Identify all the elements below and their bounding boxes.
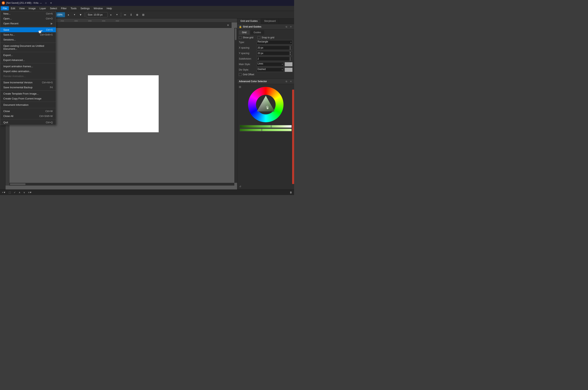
size-field[interactable]: Size: 10.00 px [86,12,107,17]
ruler-mark-3000: 3000 [74,20,78,22]
minimize-button[interactable]: — [38,1,43,5]
snap-to-grid-label: Snap to grid [261,36,274,39]
menu-import-video[interactable]: Import video animation... [0,69,56,74]
y-spacing-spinbox[interactable]: 20 px ▲ ▼ [256,51,293,55]
menu-edit[interactable]: Edit [9,6,17,10]
panel-close-btn[interactable]: ✕ [289,25,293,29]
menu-open[interactable]: Open... Ctrl+O [0,16,56,21]
subdivision-down[interactable]: ▼ [289,59,292,61]
x-spacing-spinbox[interactable]: 20 px ▲ ▼ [256,46,293,50]
menu-close-all[interactable]: Close All Ctrl+Shift+W [0,114,56,119]
type-row: Type: Rectangle [239,40,293,45]
layer-trash-btn[interactable]: 🗑 [289,190,293,195]
flip-h-btn[interactable]: ⇔ [122,12,128,17]
color-indicator[interactable] [267,107,268,109]
menu-open-untitled[interactable]: Open existing Document as Untitled Docum… [0,44,56,51]
layer-merge-btn[interactable]: ✓ [13,190,17,195]
red-accent-bar [292,90,294,184]
color-wheel-area[interactable] [248,87,284,122]
opacity-extra[interactable]: ▼ [78,12,83,17]
maximize-button[interactable]: □ [44,1,48,5]
y-spacing-down[interactable]: ▼ [289,53,292,55]
size-up[interactable]: ▲ [108,12,114,17]
app-icon: K [1,1,5,5]
menu-export[interactable]: Export... [0,53,56,58]
x-spacing-down[interactable]: ▼ [289,48,292,50]
layer-group-btn[interactable]: ⬚ [7,190,12,195]
menu-export-adv[interactable]: Export Advanced... [0,58,56,62]
menu-save-incr-version[interactable]: Save Incremental Version Ctrl+Alt+S [0,80,56,85]
subdivision-arrows: ▲ ▼ [289,57,292,61]
menu-filter[interactable]: Filter [59,6,69,10]
window-controls: — □ ✕ [38,1,53,5]
toolbar-sep-2 [85,13,85,17]
menu-open-recent[interactable]: Open Recent ▶ [0,21,56,26]
x-spacing-up[interactable]: ▲ [289,46,292,48]
tab-storyboard[interactable]: Storyboard [261,18,279,24]
main-style-select[interactable]: Lines [256,62,284,66]
menu-view[interactable]: View [17,6,27,10]
layer-extra-btn[interactable]: ≡▼ [27,190,33,195]
opacity-up[interactable]: ▲ [66,12,71,17]
menu-close[interactable]: Close Ctrl+W [0,109,56,114]
div-style-select[interactable]: Dashed [256,68,284,72]
menu-layer[interactable]: Layer [38,6,48,10]
grid-offset-checkbox[interactable] [239,73,242,76]
menu-save-as[interactable]: Save As... Ctrl+Shift+S [0,32,56,37]
subdivision-up[interactable]: ▲ [289,57,292,59]
menu-import-anim[interactable]: Import animation frames... [0,64,56,69]
panel-restore-btn[interactable]: ⧉ [285,25,288,29]
horizontal-scrollbar-thumb[interactable] [10,183,26,185]
grid-guides-panel: Grid and Guides Storyboard 🔒 Grid and Gu… [237,18,294,79]
y-spacing-up[interactable]: ▲ [289,51,292,53]
color-triangle[interactable] [256,95,276,114]
vertical-scrollbar[interactable] [234,28,237,183]
flip-v-btn[interactable]: ⇕ [128,12,134,17]
color-grid-button[interactable]: ⊞ [239,85,241,89]
menu-save[interactable]: Save Ctrl+S [0,27,56,32]
transform-btn[interactable]: ⊕ [135,12,140,17]
sub-tab-grid[interactable]: Grid [239,30,250,35]
menu-save-incr-backup[interactable]: Save Incremental Backup F4 [0,85,56,90]
color-panel-close-btn[interactable]: ✕ [289,80,293,83]
grid-btn[interactable]: ⊞ [141,12,146,17]
gradient-bar-2[interactable] [240,129,292,131]
type-select[interactable]: Rectangle [256,40,293,45]
menu-window[interactable]: Window [92,6,104,10]
svg-text:K: K [2,2,4,4]
subdivision-spinbox[interactable]: 2 ▲ ▼ [256,57,293,61]
menu-sessions[interactable]: Sessions... [0,37,56,42]
document-close-btn[interactable]: ✕ [227,24,229,27]
layer-down-btn[interactable]: ∨ [22,190,26,195]
show-grid-checkbox[interactable] [239,36,242,39]
layer-add-btn[interactable]: +▼ [1,190,7,195]
close-button[interactable]: ✕ [49,1,53,5]
snap-to-grid-checkbox[interactable] [257,36,260,39]
menu-select[interactable]: Select [48,6,59,10]
menu-file[interactable]: File [1,6,9,10]
gradient-bars [238,124,293,133]
menu-create-template[interactable]: Create Template From Image... [0,91,56,96]
menu-tools[interactable]: Tools [69,6,78,10]
menu-image[interactable]: Image [27,6,38,10]
size-down[interactable]: ▼ [114,12,120,17]
gradient-bar-1[interactable] [240,125,292,128]
sub-tab-guides[interactable]: Guides [250,30,264,35]
menu-quit[interactable]: Quit Ctrl+Q [0,120,56,125]
color-panel-controls: ⧉ ✕ [285,80,293,83]
grid-offset-row: Grid Offset [239,73,293,76]
vertical-scrollbar-thumb[interactable] [235,28,237,40]
menu-settings[interactable]: Settings [78,6,92,10]
menu-doc-info[interactable]: Document Information [0,102,56,107]
horizontal-scrollbar[interactable] [9,183,234,186]
menu-help[interactable]: Help [105,6,114,10]
color-refresh-button[interactable]: ↺ [239,185,242,188]
menu-create-copy[interactable]: Create Copy From Current Image [0,96,56,101]
menu-new[interactable]: New... Ctrl+N [0,11,56,16]
color-panel-restore-btn[interactable]: ⧉ [285,80,288,83]
layer-up-btn[interactable]: ∧ [17,190,22,195]
div-style-color[interactable] [285,68,293,72]
tab-grid-guides[interactable]: Grid and Guides [237,18,261,24]
opacity-down[interactable]: ▼ [72,12,77,17]
main-style-color[interactable] [285,62,293,66]
